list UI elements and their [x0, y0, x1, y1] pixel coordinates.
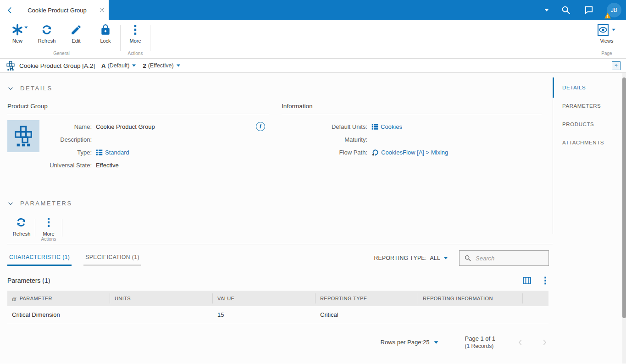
default-units-link[interactable]: Cookies — [367, 123, 402, 130]
parameters-more-button[interactable]: More — [35, 217, 62, 237]
column-header-value[interactable]: VALUE — [213, 293, 316, 303]
avatar-initials: JB — [611, 7, 617, 13]
chevron-down-icon[interactable] — [612, 29, 615, 31]
details-panels: Product Group Name: Cookie Product Group… — [7, 103, 553, 171]
vertical-scrollbar[interactable] — [622, 73, 626, 364]
sidenav-item-products[interactable]: PRODUCTS — [553, 115, 622, 133]
chevron-down-icon[interactable] — [544, 9, 549, 11]
chevron-down-icon — [434, 341, 438, 343]
info-icon[interactable]: i — [256, 122, 265, 131]
edit-button-label: Edit — [72, 38, 81, 44]
chevron-right-icon[interactable] — [540, 338, 548, 347]
comment-icon[interactable] — [584, 5, 594, 15]
eye-views-icon — [598, 24, 616, 36]
column-header-parameter[interactable]: αPARAMETER — [7, 293, 110, 303]
tab-title: Cookie Product Group — [19, 7, 95, 14]
reporting-type-value: ALL — [430, 255, 440, 261]
columns-icon[interactable] — [522, 276, 532, 285]
chevron-down-icon — [7, 85, 14, 92]
lock-button-label: Lock — [100, 38, 111, 44]
product-group-icon — [6, 61, 15, 71]
asterisk-new-icon — [11, 24, 23, 36]
details-section-header[interactable]: DETAILS — [7, 85, 553, 92]
top-bar: Cookie Product Group JB — [0, 0, 626, 20]
lock-icon — [100, 24, 111, 36]
box-arrow-up-icon[interactable] — [612, 61, 620, 70]
reporting-type-dropdown[interactable]: REPORTING TYPE: ALL — [374, 255, 448, 261]
list-icon — [371, 123, 378, 130]
page-label: Page 1 of 1 — [465, 335, 496, 342]
cell-reporting-type: Critical — [316, 311, 418, 318]
ribbon-group-page: Views Page — [590, 20, 626, 58]
more-button[interactable]: More — [121, 24, 150, 51]
group-label-general: General — [3, 51, 120, 58]
sidenav-item-attachments[interactable]: ATTACHMENTS — [553, 133, 622, 152]
records-label: (1 Records) — [465, 343, 496, 349]
tab-characteristic[interactable]: CHARACTERISTIC (1) — [7, 251, 72, 266]
field-value-name: Cookie Product Group — [92, 123, 155, 130]
back-button[interactable] — [0, 0, 19, 20]
avatar[interactable]: JB — [607, 3, 621, 17]
search-input[interactable] — [476, 255, 540, 262]
product-group-tile-icon — [7, 120, 39, 152]
sidenav-item-details[interactable]: DETAILS — [553, 78, 622, 97]
tab-specification[interactable]: SPECIFICATION (1) — [83, 251, 141, 266]
breadcrumb-title: Cookie Product Group [A.2] — [19, 62, 95, 69]
rows-per-page-dropdown[interactable]: Rows per Page:25 — [381, 339, 438, 346]
pagination-bar: Rows per Page:25 Page 1 of 1 (1 Records) — [7, 335, 548, 349]
chevron-down-icon[interactable] — [24, 27, 28, 29]
tab-cookie-product-group[interactable]: Cookie Product Group — [19, 0, 109, 20]
top-bar-right: JB — [109, 0, 626, 20]
ribbon-group-general: New Refresh Edit Lock General — [3, 20, 120, 58]
group-label-page: Page — [590, 51, 623, 58]
new-button[interactable]: New — [3, 24, 32, 51]
column-header-reporting-type[interactable]: REPORTING TYPE — [316, 293, 418, 303]
main-column: DETAILS Product Group Name: Cookie Produ… — [0, 73, 553, 364]
product-group-panel-title: Product Group — [7, 103, 269, 114]
parameters-table-title: Parameters (1) — [7, 277, 50, 284]
pencil-edit-icon — [70, 24, 82, 36]
refresh-icon — [41, 24, 53, 36]
rows-per-page-value: 25 — [423, 339, 429, 346]
flow-path-link[interactable]: CookiesFlow [A] > Mixing — [367, 149, 448, 156]
flow-icon — [371, 149, 379, 156]
parameters-table-header-row: Parameters (1) — [7, 276, 553, 285]
parameters-refresh-button[interactable]: Refresh — [8, 217, 35, 237]
cell-parameter-link[interactable]: Critical Dimension — [7, 311, 110, 318]
edit-button[interactable]: Edit — [61, 24, 91, 51]
search-icon[interactable] — [561, 5, 571, 15]
information-panel-title: Information — [282, 103, 542, 114]
table-header: αPARAMETER UNITS VALUE REPORTING TYPE RE… — [7, 291, 548, 306]
page-content: DETAILS Product Group Name: Cookie Produ… — [0, 73, 626, 364]
refresh-button[interactable]: Refresh — [32, 24, 61, 51]
close-icon[interactable] — [95, 7, 109, 13]
parameters-section-title: PARAMETERS — [20, 200, 72, 207]
parameters-table: αPARAMETER UNITS VALUE REPORTING TYPE RE… — [7, 291, 548, 323]
views-button[interactable]: Views — [590, 24, 623, 51]
type-link[interactable]: Standard — [92, 149, 129, 156]
chevron-down-icon — [7, 200, 14, 207]
lock-button[interactable]: Lock — [91, 24, 120, 51]
field-label: Maturity: — [282, 136, 367, 143]
refresh-button-label: Refresh — [38, 38, 56, 44]
scrollbar-thumb[interactable] — [622, 77, 626, 318]
column-header-units[interactable]: UNITS — [110, 293, 213, 303]
parameters-section-header[interactable]: PARAMETERS — [7, 200, 553, 207]
reporting-type-label: REPORTING TYPE: — [374, 255, 427, 261]
revision-dropdown-icon[interactable] — [177, 65, 180, 67]
rows-per-page-label: Rows per Page: — [381, 339, 423, 346]
more-dots-icon — [129, 24, 141, 36]
sidenav-item-parameters[interactable]: PARAMETERS — [553, 97, 622, 115]
column-header-actions — [523, 293, 548, 303]
column-header-reporting-information[interactable]: REPORTING INFORMATION — [418, 293, 523, 303]
field-row-maturity: Maturity: — [282, 133, 542, 146]
version-dropdown-icon[interactable] — [132, 65, 136, 67]
warning-icon — [604, 12, 611, 19]
table-row[interactable]: Critical Dimension 15 Critical — [7, 306, 548, 323]
revision-number[interactable]: 2 — [143, 62, 146, 69]
page-info: Page 1 of 1 (1 Records) — [465, 335, 496, 349]
version-letter[interactable]: A — [101, 62, 105, 69]
chevron-left-icon[interactable] — [516, 338, 525, 347]
refresh-button-label: Refresh — [13, 231, 31, 237]
more-dots-icon[interactable] — [543, 276, 547, 285]
